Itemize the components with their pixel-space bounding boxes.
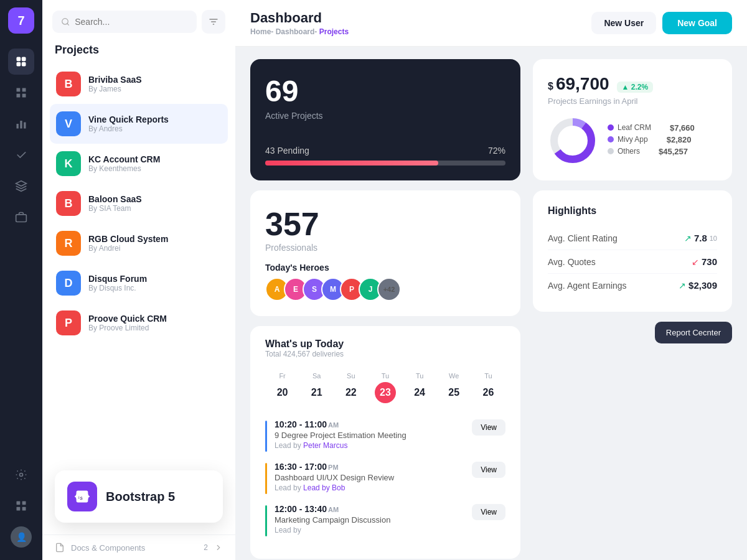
- check-icon[interactable]: [8, 142, 34, 168]
- project-info: Vine Quick Reports By Andres: [88, 114, 169, 133]
- svg-rect-16: [22, 507, 26, 511]
- earnings-symbol: $: [548, 81, 553, 92]
- event-lead-link[interactable]: Lead by Bob: [303, 483, 345, 492]
- docs-label: Docs & Components: [71, 543, 145, 553]
- events-list: 10:20 - 11:00AM 9 Degree Project Estimat…: [265, 419, 505, 536]
- event-border: [265, 421, 267, 452]
- report-center-area: Report Cecnter: [533, 322, 732, 343]
- progress-bar-fill: [265, 161, 438, 166]
- search-input[interactable]: [75, 17, 188, 27]
- svg-rect-5: [22, 88, 26, 92]
- event-item: 16:30 - 17:00PM Dashboard UI/UX Design R…: [265, 462, 505, 494]
- header-actions: New User New Goal: [591, 12, 732, 34]
- project-logo: B: [56, 191, 81, 216]
- project-logo: P: [56, 310, 81, 335]
- chart-icon[interactable]: [8, 111, 34, 137]
- project-name: RGB Cloud System: [88, 234, 168, 244]
- highlight-value: 730: [702, 256, 717, 267]
- sidebar-title: Projects: [42, 41, 235, 64]
- settings-icon[interactable]: [8, 462, 34, 488]
- event-time: 10:20 - 11:00AM: [275, 419, 464, 429]
- project-item[interactable]: D Disqus Forum By Disqus Inc.: [50, 263, 228, 303]
- hero-avatar: +42: [377, 278, 401, 301]
- event-view-button[interactable]: View: [472, 419, 505, 436]
- project-item[interactable]: B Briviba SaaS By James: [50, 64, 228, 104]
- heroes-label: Today's Heroes: [265, 263, 505, 273]
- svg-rect-4: [17, 88, 21, 92]
- legend-item: Others $45,257: [608, 147, 695, 156]
- content-area: 69 Active Projects 43 Pending 72% 357 Pr…: [235, 47, 747, 560]
- calendar-day[interactable]: We25: [437, 368, 471, 407]
- project-item[interactable]: R RGB Cloud System By Andrei: [50, 223, 228, 263]
- legend-item: Leaf CRM $7,660: [608, 123, 695, 133]
- project-by: By SIA Team: [88, 204, 142, 213]
- new-goal-button[interactable]: New Goal: [662, 12, 732, 34]
- project-info: Baloon SaaS By SIA Team: [88, 194, 142, 213]
- project-logo: B: [56, 72, 81, 96]
- svg-rect-2: [17, 62, 21, 67]
- heroes-row: Today's Heroes AESMPJ+42: [265, 263, 505, 301]
- highlight-label: Avg. Client Rating: [548, 233, 618, 243]
- svg-rect-10: [24, 123, 26, 129]
- calendar-day[interactable]: Tu23: [368, 368, 402, 407]
- user-avatar[interactable]: 7: [8, 7, 34, 34]
- svg-rect-14: [22, 502, 26, 505]
- trend-icon: ↗: [684, 233, 692, 243]
- project-name: Vine Quick Reports: [88, 114, 169, 124]
- project-info: Proove Quick CRM By Proove Limited: [88, 314, 167, 332]
- calendar-day[interactable]: Fr20: [265, 368, 299, 407]
- project-info: Disqus Forum By Disqus Inc.: [88, 274, 147, 292]
- event-view-button[interactable]: View: [472, 462, 505, 478]
- highlights-rows: Avg. Client Rating ↗ 7.8 10 Avg. Quotes …: [548, 226, 717, 297]
- event-content: 10:20 - 11:00AM 9 Degree Project Estimat…: [275, 419, 464, 450]
- svg-rect-13: [17, 502, 21, 505]
- grid-icon[interactable]: [8, 80, 34, 106]
- calendar-day[interactable]: Su22: [334, 368, 368, 407]
- calendar-day[interactable]: Sa21: [299, 368, 334, 407]
- report-center-button[interactable]: Report Cecnter: [655, 322, 732, 343]
- new-user-button[interactable]: New User: [591, 12, 656, 34]
- project-item[interactable]: P Proove Quick CRM By Proove Limited: [50, 303, 228, 343]
- whatsup-subtitle: Total 424,567 deliveries: [265, 350, 505, 358]
- legend-label: Mivy App: [618, 135, 648, 144]
- dashboard-icon[interactable]: [8, 49, 34, 75]
- search-box[interactable]: [52, 11, 197, 33]
- earnings-number: 69,700: [556, 74, 609, 94]
- project-by: By Keenthemes: [88, 164, 160, 173]
- event-time: 16:30 - 17:00PM: [275, 462, 464, 472]
- calendar-day[interactable]: Tu26: [471, 368, 505, 407]
- highlight-row: Avg. Agent Earnings ↗ $2,309: [548, 274, 717, 297]
- legend-dot: [608, 148, 614, 154]
- header: Dashboard Home- Dashboard- Projects New …: [235, 0, 747, 47]
- event-lead-link[interactable]: Peter Marcus: [303, 441, 347, 450]
- professionals-card: 357 Professionals Today's Heroes AESMPJ+…: [250, 190, 520, 316]
- briefcase-icon[interactable]: [8, 204, 34, 230]
- project-item[interactable]: V Vine Quick Reports By Andres: [50, 104, 228, 144]
- project-item[interactable]: K KC Account CRM By Keenthemes: [50, 144, 228, 184]
- heroes-avatars: AESMPJ+42: [265, 278, 505, 301]
- highlight-row: Avg. Client Rating ↗ 7.8 10: [548, 226, 717, 250]
- event-view-button[interactable]: View: [472, 504, 505, 520]
- layers-icon[interactable]: [8, 173, 34, 199]
- legend-value: $7,660: [670, 123, 695, 133]
- earnings-card: $ 69,700 ▲ 2.2% Projects Earnings in Apr…: [533, 59, 732, 180]
- project-by: By Andrei: [88, 244, 168, 253]
- legend-value: $45,257: [659, 147, 688, 156]
- project-info: RGB Cloud System By Andrei: [88, 234, 168, 253]
- earnings-donut: [548, 116, 598, 166]
- filter-button[interactable]: [202, 10, 225, 34]
- whatsup-card: What's up Today Total 424,567 deliveries…: [250, 326, 520, 559]
- progress-bar-bg: [265, 161, 505, 166]
- sidebar: Projects B Briviba SaaS By James V Vine …: [42, 0, 235, 560]
- event-time: 12:00 - 13:40AM: [275, 504, 464, 514]
- user-bottom-icon[interactable]: 👤: [8, 524, 34, 550]
- event-title: Dashboard UI/UX Design Review: [275, 473, 464, 482]
- svg-rect-0: [17, 57, 21, 62]
- pending-pct: 72%: [488, 146, 505, 156]
- main-column: 69 Active Projects 43 Pending 72% 357 Pr…: [250, 59, 520, 548]
- bootstrap-logo: [67, 482, 97, 511]
- grid2-icon[interactable]: [8, 493, 34, 519]
- project-item[interactable]: B Baloon SaaS By SIA Team: [50, 184, 228, 223]
- calendar-day[interactable]: Tu24: [403, 368, 437, 407]
- donut-legend: Leaf CRM $7,660 Mivy App $2,820 Others $…: [608, 123, 695, 159]
